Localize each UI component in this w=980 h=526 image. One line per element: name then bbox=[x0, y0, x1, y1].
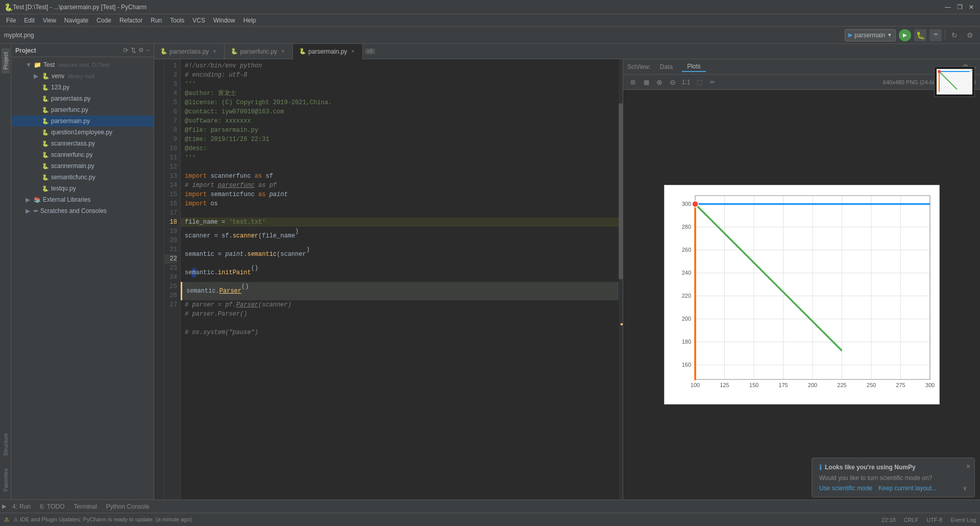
maximize-button[interactable]: ❐ bbox=[957, 4, 963, 11]
bottom-tab-python-console[interactable]: Python Console bbox=[102, 502, 154, 511]
minimize-button[interactable]: — bbox=[945, 4, 951, 11]
bottom-tab-terminal[interactable]: Terminal bbox=[70, 502, 101, 511]
tab-parsermain[interactable]: 🐍 parsermain.py × bbox=[293, 44, 363, 59]
svg-text:250: 250 bbox=[866, 382, 875, 388]
settings-button[interactable]: ⚙ bbox=[964, 29, 976, 41]
grid-icon[interactable]: ⊞ bbox=[627, 77, 639, 88]
zoom-out-icon[interactable]: ⊖ bbox=[667, 77, 678, 88]
menu-vcs[interactable]: VCS bbox=[188, 16, 209, 25]
expand-arrow-ext: ▶ bbox=[26, 196, 32, 203]
run-config-selector[interactable]: ▶ parsermain ▼ bbox=[845, 29, 896, 41]
code-line-17 bbox=[181, 208, 619, 218]
menubar: File Edit View Navigate Code Refactor Ru… bbox=[0, 14, 980, 27]
tab-label-parserclass: parserclass.py bbox=[169, 48, 209, 55]
sciview-tab-data[interactable]: Data bbox=[655, 62, 678, 71]
menu-view[interactable]: View bbox=[39, 16, 60, 25]
menu-edit[interactable]: Edit bbox=[20, 16, 39, 25]
tree-item-parsermain[interactable]: ▶ 🐍 parsermain.py bbox=[11, 115, 154, 127]
svg-rect-0 bbox=[665, 185, 940, 404]
code-line-5: @license: (C) Copyright 2019-2021,China. bbox=[181, 98, 619, 107]
tree-item-question1employee[interactable]: ▶ 🐍 question1employee.py bbox=[11, 127, 154, 138]
code-line-25 bbox=[181, 319, 619, 328]
tree-item-scannermain[interactable]: ▶ 🐍 scannermain.py bbox=[11, 160, 154, 172]
menu-help[interactable]: Help bbox=[239, 16, 260, 25]
event-log-label[interactable]: Event Log bbox=[950, 517, 976, 523]
notification-title-row: ℹ Looks like you're using NumPy bbox=[819, 463, 967, 471]
tree-item-semanticfunc[interactable]: ▶ 🐍 semanticfunc.py bbox=[11, 172, 154, 183]
debug-button[interactable]: 🐛 bbox=[914, 29, 926, 41]
encoding-indicator[interactable]: UTF-8 bbox=[926, 517, 942, 523]
code-line-14: # import parserfunc as pf bbox=[181, 181, 619, 190]
plot-thumbnail[interactable]: × bbox=[934, 66, 975, 97]
tab-close-parserfunc[interactable]: × bbox=[279, 48, 286, 55]
tree-item-test-root[interactable]: ▼ 📁 Test sources root, D:\Test bbox=[11, 59, 154, 70]
line-ending-indicator[interactable]: CRLF bbox=[904, 517, 919, 523]
sort-icon[interactable]: ⇅ bbox=[131, 46, 136, 54]
tree-label-scratches: Scratches and Consoles bbox=[40, 207, 107, 214]
keep-layout-link[interactable]: Keep current layout... bbox=[878, 485, 937, 492]
tab-parserclass[interactable]: 🐍 parserclass.py × bbox=[154, 44, 225, 59]
menu-navigate[interactable]: Navigate bbox=[60, 16, 92, 25]
numpy-notification: ℹ Looks like you're using NumPy Would yo… bbox=[812, 458, 975, 497]
coverage-button[interactable]: ☂ bbox=[929, 29, 942, 41]
ext-lib-icon: 📚 bbox=[34, 197, 41, 203]
py-file-icon: 🐍 bbox=[42, 174, 49, 181]
menu-window[interactable]: Window bbox=[209, 16, 239, 25]
menu-file[interactable]: File bbox=[2, 16, 20, 25]
settings-icon[interactable]: ⚙ bbox=[138, 46, 144, 54]
code-editor[interactable]: 12345 678910 1112131415 1617181920 21222… bbox=[154, 59, 623, 499]
code-line-4: @author: 黄龙士 bbox=[181, 89, 619, 98]
tree-item-venv[interactable]: ▶ 🐍 venv library root bbox=[11, 70, 154, 82]
code-line-3: ''' bbox=[181, 80, 619, 89]
close-button[interactable]: ✕ bbox=[969, 4, 974, 11]
bottom-tab-run[interactable]: 4: Run bbox=[8, 502, 35, 511]
tab-close-parserclass[interactable]: × bbox=[211, 48, 218, 55]
sciview-toolbar: ⊞ ▦ ⊕ ⊖ 1:1 ⬚ ✏ 640x480 PNG (24-bit colo… bbox=[623, 75, 980, 90]
line-col-indicator[interactable]: 22:18 bbox=[881, 517, 896, 523]
menu-run[interactable]: Run bbox=[146, 16, 166, 25]
tree-item-external-libraries[interactable]: ▶ 📚 External Libraries bbox=[11, 194, 154, 205]
plot-svg: 300 280 260 240 220 200 180 160 100 12 bbox=[664, 185, 940, 404]
tree-item-parserclass[interactable]: ▶ 🐍 parserclass.py bbox=[11, 93, 154, 104]
code-content[interactable]: #!/usr/bin/env python # encoding: utf-8 … bbox=[181, 59, 619, 499]
scratch-icon: ✏ bbox=[34, 208, 38, 214]
eyedropper-icon[interactable]: ✏ bbox=[707, 77, 718, 88]
sciview-header: SciView: Data Plots ⚙ – bbox=[623, 59, 980, 75]
tree-item-scannerfunc[interactable]: ▶ 🐍 scannerfunc.py bbox=[11, 149, 154, 160]
tab-close-parsermain[interactable]: × bbox=[349, 48, 356, 55]
collapse-icon[interactable]: – bbox=[146, 46, 150, 54]
menu-tools[interactable]: Tools bbox=[166, 16, 188, 25]
venv-icon: 🐍 bbox=[42, 73, 50, 80]
sync-icon[interactable]: ⟳ bbox=[123, 46, 129, 54]
thumbnail-close-btn[interactable]: × bbox=[970, 68, 973, 74]
tree-item-parserfunc[interactable]: ▶ 🐍 parserfunc.py bbox=[11, 104, 154, 115]
use-scientific-mode-link[interactable]: Use scientific mode bbox=[819, 485, 872, 492]
breakpoint-gutter bbox=[154, 59, 164, 499]
tree-item-scannerclass[interactable]: ▶ 🐍 scannerclass.py bbox=[11, 138, 154, 149]
editor-tabs-bar: 🐍 parserclass.py × 🐍 parserfunc.py × 🐍 p… bbox=[154, 44, 980, 59]
zoom-reset-icon[interactable]: 1:1 bbox=[680, 77, 692, 88]
py-file-icon: 🐍 bbox=[42, 152, 49, 158]
tab-parserfunc[interactable]: 🐍 parserfunc.py × bbox=[225, 44, 293, 59]
reload-button[interactable]: ↻ bbox=[948, 29, 961, 41]
fit-icon[interactable]: ⬚ bbox=[694, 77, 705, 88]
tree-item-123py[interactable]: ▶ 🐍 123.py bbox=[11, 82, 154, 93]
table-icon[interactable]: ▦ bbox=[641, 77, 652, 88]
menu-code[interactable]: Code bbox=[92, 16, 115, 25]
code-line-10: @desc: bbox=[181, 144, 619, 153]
tree-item-testqu[interactable]: ▶ 🐍 testqu.py bbox=[11, 183, 154, 194]
notification-close-btn[interactable]: × bbox=[966, 462, 970, 470]
structure-panel-toggle[interactable]: Structure bbox=[2, 429, 10, 460]
zoom-in-icon[interactable]: ⊕ bbox=[654, 77, 665, 88]
vertical-scrollbar[interactable] bbox=[619, 59, 623, 499]
bottom-tab-todo[interactable]: 6: TODO bbox=[36, 502, 68, 511]
menu-refactor[interactable]: Refactor bbox=[115, 16, 146, 25]
tree-item-scratches[interactable]: ▶ ✏ Scratches and Consoles bbox=[11, 205, 154, 217]
sciview-tab-plots[interactable]: Plots bbox=[682, 62, 706, 72]
sciview-title: SciView: bbox=[627, 63, 651, 70]
notification-chevron[interactable]: ∨ bbox=[963, 485, 967, 492]
project-panel-toggle[interactable]: Project bbox=[2, 48, 10, 74]
svg-text:150: 150 bbox=[749, 382, 758, 388]
favorites-panel-toggle[interactable]: Favorites bbox=[2, 464, 10, 495]
run-button[interactable]: ▶ bbox=[899, 29, 911, 41]
